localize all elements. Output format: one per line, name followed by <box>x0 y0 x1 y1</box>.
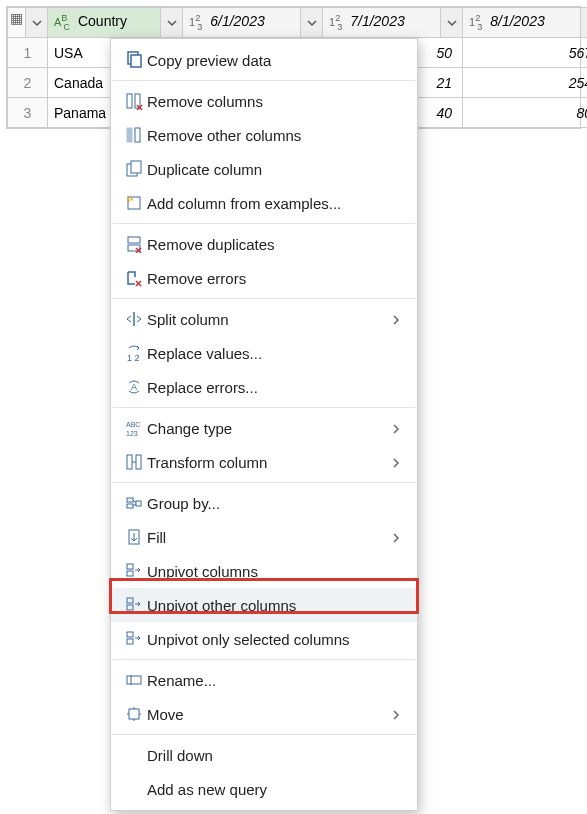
menu-split-column[interactable]: Split column <box>111 302 417 336</box>
remove-columns-icon <box>121 92 147 110</box>
menu-add-column-examples[interactable]: Add column from examples... <box>111 186 417 220</box>
menu-rename[interactable]: Rename... <box>111 663 417 697</box>
type-icon-number: 123 <box>469 16 482 28</box>
menu-unpivot-other-columns[interactable]: Unpivot other columns <box>111 588 417 622</box>
duplicate-icon <box>121 160 147 178</box>
column-label: 7/1/2023 <box>350 13 405 29</box>
menu-label: Group by... <box>147 495 405 512</box>
menu-unpivot-columns[interactable]: Unpivot columns <box>111 554 417 588</box>
menu-label: Remove columns <box>147 93 405 110</box>
cell-value[interactable]: 567 <box>463 38 588 68</box>
submenu-arrow-icon <box>391 706 405 723</box>
menu-remove-columns[interactable]: Remove columns <box>111 84 417 118</box>
menu-remove-duplicates[interactable]: Remove duplicates <box>111 227 417 261</box>
move-icon <box>121 705 147 723</box>
menu-label: Replace values... <box>147 345 405 362</box>
menu-replace-errors[interactable]: Replace errors... <box>111 370 417 404</box>
menu-label: Replace errors... <box>147 379 405 396</box>
menu-separator <box>113 734 415 735</box>
menu-label: Transform column <box>147 454 391 471</box>
menu-label: Unpivot other columns <box>147 597 405 614</box>
menu-label: Rename... <box>147 672 405 689</box>
submenu-arrow-icon <box>391 420 405 437</box>
rename-icon <box>121 671 147 689</box>
remove-other-columns-icon <box>121 126 147 144</box>
corner-dropdown[interactable] <box>25 8 47 37</box>
menu-fill[interactable]: Fill <box>111 520 417 554</box>
row-number: 2 <box>8 68 48 98</box>
replace-values-icon <box>121 344 147 362</box>
cell-value[interactable]: 254 <box>463 68 588 98</box>
menu-separator <box>113 407 415 408</box>
menu-separator <box>113 298 415 299</box>
column-header-country[interactable]: ABC Country <box>48 8 183 38</box>
menu-transform-column[interactable]: Transform column <box>111 445 417 479</box>
row-number: 1 <box>8 38 48 68</box>
column-label: 8/1/2023 <box>490 13 545 29</box>
remove-errors-icon <box>121 269 147 287</box>
menu-label: Add as new query <box>147 781 405 798</box>
replace-errors-icon <box>121 378 147 396</box>
column-header-7-1-2023[interactable]: 123 7/1/2023 <box>323 8 463 38</box>
column-header-8-1-2023[interactable]: 123 8/1/2023 <box>463 8 588 38</box>
submenu-arrow-icon <box>391 454 405 471</box>
menu-label: Move <box>147 706 391 723</box>
menu-unpivot-selected-columns[interactable]: Unpivot only selected columns <box>111 622 417 656</box>
submenu-arrow-icon <box>391 529 405 546</box>
menu-move[interactable]: Move <box>111 697 417 731</box>
row-number: 3 <box>8 98 48 128</box>
column-filter-dropdown[interactable] <box>440 8 462 37</box>
menu-drill-down[interactable]: Drill down <box>111 738 417 772</box>
menu-separator <box>113 659 415 660</box>
column-header-6-1-2023[interactable]: 123 6/1/2023 <box>183 8 323 38</box>
menu-label: Remove other columns <box>147 127 405 144</box>
column-filter-dropdown[interactable] <box>300 8 322 37</box>
menu-separator <box>113 80 415 81</box>
menu-remove-errors[interactable]: Remove errors <box>111 261 417 295</box>
menu-label: Remove errors <box>147 270 405 287</box>
type-icon-number: 123 <box>189 16 202 28</box>
menu-replace-values[interactable]: Replace values... <box>111 336 417 370</box>
menu-remove-other-columns[interactable]: Remove other columns <box>111 118 417 152</box>
menu-label: Split column <box>147 311 391 328</box>
column-filter-dropdown[interactable] <box>580 8 587 37</box>
menu-label: Fill <box>147 529 391 546</box>
table-corner[interactable]: ▦ <box>8 8 48 38</box>
unpivot-other-icon <box>121 596 147 614</box>
menu-label: Unpivot columns <box>147 563 405 580</box>
menu-label: Add column from examples... <box>147 195 405 212</box>
menu-group-by[interactable]: Group by... <box>111 486 417 520</box>
context-menu: Copy preview data Remove columns Remove … <box>110 38 418 811</box>
copy-icon <box>121 51 147 69</box>
split-icon <box>121 310 147 328</box>
menu-change-type[interactable]: Change type <box>111 411 417 445</box>
menu-duplicate-column[interactable]: Duplicate column <box>111 152 417 186</box>
type-icon-text: ABC <box>54 16 70 28</box>
menu-label: Copy preview data <box>147 52 405 69</box>
submenu-arrow-icon <box>391 311 405 328</box>
column-label: 6/1/2023 <box>210 13 265 29</box>
unpivot-icon <box>121 562 147 580</box>
menu-separator <box>113 223 415 224</box>
unpivot-selected-icon <box>121 630 147 648</box>
menu-label: Remove duplicates <box>147 236 405 253</box>
add-column-icon <box>121 194 147 212</box>
menu-label: Change type <box>147 420 391 437</box>
group-by-icon <box>121 494 147 512</box>
menu-label: Drill down <box>147 747 405 764</box>
type-icon-number: 123 <box>329 16 342 28</box>
menu-label: Unpivot only selected columns <box>147 631 405 648</box>
menu-copy-preview[interactable]: Copy preview data <box>111 43 417 77</box>
transform-icon <box>121 453 147 471</box>
change-type-icon <box>121 419 147 437</box>
cell-value[interactable]: 80 <box>463 98 588 128</box>
menu-label: Duplicate column <box>147 161 405 178</box>
column-filter-dropdown[interactable] <box>160 8 182 37</box>
fill-icon <box>121 528 147 546</box>
menu-add-as-new-query[interactable]: Add as new query <box>111 772 417 806</box>
remove-duplicates-icon <box>121 235 147 253</box>
menu-separator <box>113 482 415 483</box>
column-label: Country <box>78 13 127 29</box>
